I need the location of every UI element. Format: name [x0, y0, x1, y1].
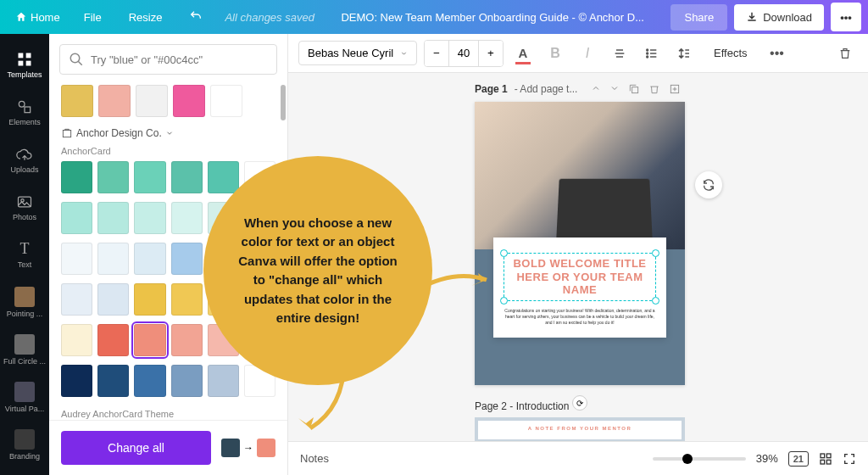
color-swatch[interactable] — [171, 161, 203, 193]
rail-virtual[interactable]: Virtual Pa... — [0, 373, 49, 421]
svg-rect-2 — [19, 60, 24, 65]
color-swatch[interactable] — [134, 243, 165, 275]
svg-point-10 — [647, 49, 648, 51]
color-swatch[interactable] — [61, 283, 92, 316]
color-swatch[interactable] — [97, 161, 129, 193]
color-swatch[interactable] — [98, 85, 131, 117]
rail-text[interactable]: T Text — [0, 231, 49, 278]
rail-elements[interactable]: Elements — [0, 88, 49, 136]
folder-thumb — [14, 429, 35, 450]
color-swatch[interactable] — [61, 202, 92, 234]
share-button[interactable]: Share — [670, 4, 727, 31]
effects-button[interactable]: Effects — [704, 42, 758, 64]
color-swatch[interactable] — [61, 324, 92, 356]
save-status: All changes saved — [225, 11, 314, 24]
color-search[interactable] — [59, 44, 277, 75]
more-toolbar[interactable]: ••• — [765, 41, 790, 66]
page-2-canvas[interactable]: A NOTE FROM YOUR MENTOR — [475, 417, 685, 441]
search-icon — [69, 52, 84, 67]
page-1-canvas[interactable]: BOLD WELCOME TITLE HERE OR YOUR TEAM NAM… — [475, 102, 685, 385]
rotate-handle[interactable]: ⟳ — [572, 395, 587, 411]
add-page-icon[interactable] — [669, 83, 681, 95]
list-button[interactable] — [639, 41, 665, 66]
chevron-up-icon[interactable] — [591, 83, 601, 93]
hero-photo — [475, 102, 685, 249]
file-menu[interactable]: File — [72, 6, 114, 29]
color-swatch[interactable] — [171, 324, 203, 356]
trash-icon[interactable] — [648, 83, 660, 95]
color-swatch[interactable] — [97, 324, 129, 356]
brand-section-header[interactable]: Anchor Design Co. — [61, 127, 275, 139]
size-input[interactable] — [448, 41, 479, 66]
color-swatch[interactable] — [171, 202, 203, 234]
color-swatch[interactable] — [97, 283, 129, 316]
undo-button[interactable] — [177, 4, 214, 31]
color-swatch[interactable] — [208, 161, 239, 193]
size-increase[interactable]: + — [479, 41, 503, 66]
scrollbar[interactable] — [281, 85, 286, 120]
download-button[interactable]: Download — [734, 4, 824, 31]
align-button[interactable] — [607, 41, 632, 66]
rail-branding[interactable]: Branding — [0, 421, 49, 468]
delete-button[interactable] — [832, 41, 858, 66]
color-swatch[interactable] — [171, 243, 203, 275]
rail-fullcircle[interactable]: Full Circle ... — [0, 326, 49, 373]
color-swatch[interactable] — [97, 243, 129, 275]
color-swatch[interactable] — [171, 365, 203, 397]
rail-templates[interactable]: Templates — [0, 41, 49, 88]
change-all-button[interactable]: Change all — [61, 431, 211, 465]
color-swatch[interactable] — [134, 324, 165, 356]
color-swatch[interactable] — [61, 243, 92, 275]
more-button[interactable]: ••• — [831, 3, 861, 31]
to-swatch — [257, 439, 275, 457]
duplicate-icon[interactable] — [628, 83, 640, 95]
page-count[interactable]: 21 — [788, 451, 809, 467]
color-swatch[interactable] — [97, 365, 129, 397]
chevron-down-icon[interactable] — [609, 83, 620, 93]
zoom-value: 39% — [756, 452, 778, 465]
spacing-button[interactable] — [671, 41, 697, 66]
grid-view-icon[interactable] — [819, 452, 832, 466]
topbar-right: Share Download ••• — [670, 3, 861, 31]
color-swatch[interactable] — [61, 161, 92, 193]
text-icon: T — [20, 240, 30, 258]
rail-uploads[interactable]: Uploads — [0, 136, 49, 183]
document-title[interactable]: DEMO: New Team Member Onboarding Guide -… — [314, 11, 671, 24]
rail-pointing[interactable]: Pointing ... — [0, 278, 49, 326]
color-swatch[interactable] — [61, 85, 93, 117]
notes-button[interactable]: Notes — [300, 452, 329, 465]
fullscreen-icon[interactable] — [843, 452, 856, 466]
folder-thumb — [14, 287, 35, 307]
color-swatch[interactable] — [173, 85, 205, 117]
color-swatch[interactable] — [134, 202, 165, 234]
elements-icon — [16, 98, 33, 115]
italic-button[interactable]: I — [575, 41, 600, 66]
search-input[interactable] — [91, 53, 268, 66]
color-swatch[interactable] — [61, 365, 92, 397]
color-swatch[interactable] — [208, 365, 239, 397]
color-swatch[interactable] — [134, 283, 165, 316]
text-color-button[interactable]: A — [510, 41, 536, 66]
side-rail: Templates Elements Uploads Photos T Text… — [0, 34, 49, 475]
color-swatch[interactable] — [134, 365, 165, 397]
resize-menu[interactable]: Resize — [117, 6, 175, 29]
rail-photos[interactable]: Photos — [0, 183, 49, 231]
selected-text-box[interactable]: BOLD WELCOME TITLE HERE OR YOUR TEAM NAM… — [504, 253, 656, 301]
size-decrease[interactable]: − — [425, 41, 448, 66]
color-swatch[interactable] — [134, 161, 165, 193]
color-swatch[interactable] — [171, 283, 203, 316]
align-icon — [613, 47, 626, 60]
home-button[interactable]: Home — [7, 6, 69, 29]
regenerate-button[interactable] — [695, 171, 722, 198]
zoom-slider[interactable] — [653, 457, 746, 461]
font-select[interactable]: Bebas Neue Cyril... — [298, 41, 417, 65]
callout-text: When you choose a new color for text or … — [237, 214, 398, 328]
download-label: Download — [763, 11, 812, 24]
zoom-thumb[interactable] — [682, 454, 693, 464]
svg-rect-15 — [821, 454, 825, 458]
bold-button[interactable]: B — [542, 41, 568, 66]
add-page-title[interactable]: - Add page t... — [515, 83, 578, 95]
color-swatch[interactable] — [210, 85, 242, 117]
color-swatch[interactable] — [136, 85, 168, 117]
color-swatch[interactable] — [97, 202, 129, 234]
